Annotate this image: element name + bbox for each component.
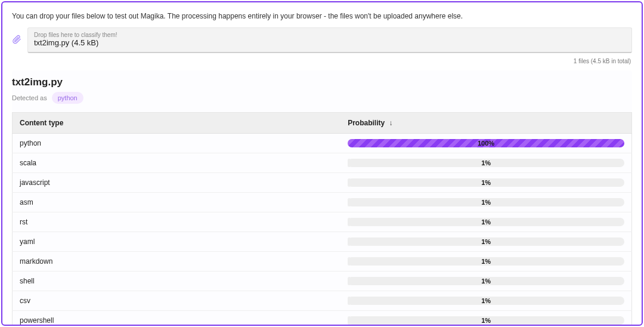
cell-content-type: javascript — [13, 173, 341, 193]
probability-fill — [348, 159, 351, 167]
table-row: scala1% — [13, 153, 632, 173]
cell-probability: 1% — [340, 193, 631, 212]
detected-type-chip: python — [52, 92, 83, 104]
cell-content-type: yaml — [13, 232, 341, 252]
probability-fill — [348, 277, 351, 285]
intro-text: You can drop your files below to test ou… — [12, 12, 632, 20]
probability-label: 1% — [481, 297, 491, 304]
probability-fill — [348, 198, 351, 206]
probability-label: 1% — [481, 238, 491, 245]
cell-probability: 1% — [340, 232, 631, 252]
probability-bar: 1% — [348, 296, 624, 306]
table-row: markdown1% — [13, 252, 632, 272]
table-row: shell1% — [13, 272, 632, 291]
cell-probability: 1% — [340, 212, 631, 232]
table-row: javascript1% — [13, 173, 632, 193]
probability-bar: 1% — [348, 198, 624, 207]
cell-content-type: scala — [13, 153, 341, 173]
file-dropzone[interactable]: Drop files here to classify them! txt2im… — [27, 27, 632, 53]
cell-probability: 1% — [340, 252, 631, 272]
result-card: txt2img.py Detected as python Content ty… — [12, 70, 632, 326]
probability-label: 1% — [481, 277, 491, 285]
result-filename: txt2img.py — [12, 70, 632, 92]
probability-bar: 100% — [348, 138, 624, 148]
cell-probability: 1% — [340, 311, 631, 326]
probability-label: 1% — [481, 258, 491, 265]
probability-bar: 1% — [348, 158, 624, 168]
cell-content-type: markdown — [13, 252, 341, 272]
detected-row: Detected as python — [12, 92, 632, 104]
probability-fill — [348, 316, 351, 325]
cell-probability: 1% — [340, 272, 631, 291]
header-probability[interactable]: Probability ↓ — [340, 113, 631, 134]
table-row: rst1% — [13, 212, 632, 232]
probability-fill — [348, 297, 351, 305]
table-row: yaml1% — [13, 232, 632, 252]
probability-label: 1% — [481, 199, 491, 206]
probability-bar: 1% — [348, 276, 624, 286]
probability-label: 1% — [481, 159, 491, 166]
probability-fill — [348, 218, 351, 226]
dropzone-file-display: txt2img.py (4.5 kB) — [34, 38, 626, 47]
cell-content-type: python — [13, 134, 341, 153]
cell-content-type: rst — [13, 212, 341, 232]
cell-content-type: shell — [13, 272, 341, 291]
probability-bar: 1% — [348, 257, 624, 266]
cell-probability: 100% — [340, 134, 631, 153]
dropzone-row: Drop files here to classify them! txt2im… — [12, 27, 632, 53]
probability-label: 1% — [481, 218, 491, 226]
table-row: python100% — [13, 134, 632, 153]
cell-content-type: powershell — [13, 311, 341, 326]
probability-fill — [348, 257, 351, 266]
probability-bar: 1% — [348, 237, 624, 246]
dropzone-placeholder: Drop files here to classify them! — [34, 32, 626, 38]
probability-fill — [348, 178, 351, 187]
cell-probability: 1% — [340, 291, 631, 311]
table-row: asm1% — [13, 193, 632, 212]
cell-content-type: asm — [13, 193, 341, 212]
files-summary: 1 files (4.5 kB in total) — [12, 55, 632, 64]
probability-label: 1% — [481, 179, 491, 186]
cell-probability: 1% — [340, 173, 631, 193]
table-row: powershell1% — [13, 311, 632, 326]
cell-content-type: csv — [13, 291, 341, 311]
probability-bar: 1% — [348, 217, 624, 227]
probability-table: Content type Probability ↓ python100%sca… — [12, 112, 632, 326]
probability-bar: 1% — [348, 178, 624, 187]
paperclip-icon[interactable] — [12, 33, 21, 47]
app-container: You can drop your files below to test ou… — [1, 1, 643, 326]
probability-label: 1% — [481, 317, 491, 324]
table-row: csv1% — [13, 291, 632, 311]
probability-bar: 1% — [348, 316, 624, 325]
probability-label: 100% — [478, 140, 494, 147]
cell-probability: 1% — [340, 153, 631, 173]
header-content-type[interactable]: Content type — [13, 113, 341, 134]
arrow-down-icon: ↓ — [389, 119, 393, 127]
probability-fill — [348, 237, 351, 246]
detected-label: Detected as — [12, 94, 47, 101]
